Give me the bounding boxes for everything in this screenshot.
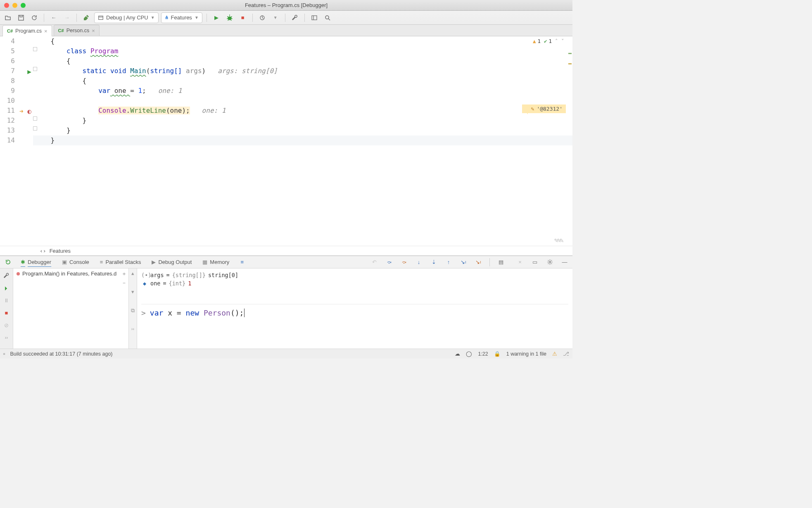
step-over-force-icon[interactable]: ⤼	[399, 257, 409, 268]
chevron-down-icon[interactable]: ˅	[561, 38, 564, 44]
tab-program-cs[interactable]: C# Program.cs ×	[2, 25, 52, 36]
step-out-icon[interactable]: ↑	[443, 257, 454, 268]
debugger-sidebar: ⏵ ⏸ ■ ⊘ ››	[0, 268, 13, 349]
inlay-hint: one: 1	[158, 87, 182, 95]
separator	[207, 14, 207, 22]
tab-parallel-stacks[interactable]: ≡Parallel Stacks	[97, 257, 145, 267]
run-icon[interactable]: ▶	[211, 12, 222, 23]
variables-view[interactable]: (•) args = {string[]} string[0] ◆ one = …	[137, 268, 572, 349]
more-icon[interactable]: ››	[131, 326, 134, 331]
more-icon[interactable]: ››	[3, 334, 10, 341]
project-selector[interactable]: ⋔ Features ▼	[161, 12, 202, 23]
scroll-up-icon[interactable]: ▴	[131, 270, 134, 276]
search-icon[interactable]	[322, 12, 333, 23]
code-content[interactable]: { class Program { static void Main(strin…	[33, 36, 572, 246]
threads-icon[interactable]: ≡	[237, 257, 247, 268]
line-gutter[interactable]: 4 5 6 7▶ 8 9 10 11➜ ◐ 12 13 14	[0, 36, 33, 246]
close-tab-icon[interactable]: ×	[92, 28, 95, 34]
close-tab-icon[interactable]: ×	[44, 28, 47, 34]
remove-icon[interactable]: －	[121, 279, 127, 287]
editor-stripe-marks[interactable]	[568, 53, 572, 74]
rerun-icon[interactable]	[2, 257, 13, 268]
hammer-build-icon[interactable]	[81, 12, 92, 23]
gear-icon[interactable]	[544, 257, 555, 268]
scroll-down-icon[interactable]: ▾	[131, 289, 134, 295]
debug-icon[interactable]	[224, 12, 235, 23]
chevron-up-icon[interactable]: ˄	[555, 38, 558, 44]
variable-row[interactable]: (•) args = {string[]} string[0]	[141, 271, 568, 279]
sync-icon[interactable]: ◯	[466, 351, 472, 357]
warning-badge-icon[interactable]: ⚠	[552, 351, 557, 357]
forward-icon[interactable]: →	[62, 12, 72, 23]
hector-icon[interactable]: ✎✎✎	[554, 236, 563, 244]
git-branch-icon[interactable]: ⎇	[563, 351, 569, 357]
layout-icon[interactable]: ▭	[529, 257, 540, 268]
stripe-mark[interactable]	[568, 53, 572, 54]
breadcrumb-bar[interactable]: ‹› Features	[0, 246, 572, 256]
stack-frame[interactable]: Program.Main() in Features, Features.d	[13, 268, 128, 279]
tab-person-cs[interactable]: C# Person.cs ×	[54, 25, 100, 36]
inlay-hint: args: string[0]	[218, 67, 278, 75]
add-icon[interactable]: ＋	[121, 270, 127, 278]
project-label: Features	[171, 14, 192, 21]
warning-icon: ▲	[533, 38, 536, 44]
run-gutter-icon[interactable]: ▶	[27, 67, 31, 77]
pause-icon[interactable]: ⏸	[3, 297, 10, 304]
wrench-settings-icon[interactable]	[290, 12, 300, 23]
line-number: 5	[0, 46, 15, 56]
svg-point-5	[325, 16, 329, 19]
svg-rect-1	[99, 16, 103, 19]
inspection-summary[interactable]: ▲1 ✔1 ˄ ˅	[533, 38, 564, 44]
code-editor[interactable]: 4 5 6 7▶ 8 9 10 11➜ ◐ 12 13 14 { class P…	[0, 36, 572, 246]
step-over-icon[interactable]: ⤼	[384, 257, 394, 268]
line-number: 8	[0, 76, 15, 86]
resume-icon[interactable]: ⏵	[3, 284, 10, 292]
open-icon[interactable]	[2, 12, 13, 23]
line-number: 9	[0, 86, 15, 96]
minimize-window-button[interactable]	[12, 3, 17, 8]
separator	[285, 14, 285, 22]
line-number: 4	[0, 36, 15, 46]
stop-icon[interactable]: ■	[237, 12, 248, 23]
run-to-cursor-icon[interactable]: ↘I	[458, 257, 469, 268]
minimize-panel-icon[interactable]: —	[559, 257, 570, 268]
line-number: 14	[0, 135, 15, 145]
force-run-to-cursor-icon[interactable]: ↘I	[473, 257, 484, 268]
breadcrumb-item[interactable]: Features	[50, 248, 71, 254]
chevron-down-icon[interactable]: ▼	[270, 12, 281, 23]
evaluate-icon[interactable]: ▤	[496, 257, 506, 268]
new-watch-icon[interactable]: ⧉	[131, 307, 135, 314]
status-warnings[interactable]: 1 warning in 1 file	[506, 351, 546, 357]
tab-debug-output[interactable]: ▶Debug Output	[148, 257, 195, 267]
caret-position[interactable]: 1:22	[478, 351, 488, 357]
frames-list[interactable]: Program.Main() in Features, Features.d ＋…	[13, 268, 129, 349]
close-window-button[interactable]	[4, 3, 9, 8]
bookmark-annotation[interactable]: ✎'@82312'	[522, 104, 566, 113]
memory-icon: ▦	[202, 259, 207, 265]
back-icon[interactable]: ←	[48, 12, 59, 23]
stripe-mark[interactable]	[568, 63, 572, 64]
close-panel-icon[interactable]: ×	[515, 257, 525, 268]
tool-window-toggle-icon[interactable]: ▫	[3, 351, 5, 357]
save-icon[interactable]	[16, 12, 26, 23]
lock-icon[interactable]: 🔒	[494, 351, 501, 357]
cover-icon[interactable]	[309, 12, 320, 23]
wrench-icon[interactable]	[3, 272, 10, 279]
tab-console[interactable]: ▣Console	[59, 257, 93, 267]
tab-memory[interactable]: ▦Memory	[199, 257, 233, 267]
step-into-icon[interactable]: ↓	[413, 257, 424, 268]
notifications-icon[interactable]: ☁	[455, 351, 460, 357]
refresh-icon[interactable]	[29, 12, 40, 23]
zoom-window-button[interactable]	[21, 3, 26, 8]
mute-breakpoints-icon[interactable]: ⊘	[3, 321, 10, 329]
smart-step-into-icon[interactable]: ⇣	[428, 257, 439, 268]
stop-icon[interactable]: ■	[3, 309, 10, 316]
frame-dot-icon	[17, 272, 20, 275]
execution-pointer-icon: ➜ ◐	[19, 107, 31, 116]
tab-debugger[interactable]: ✱Debugger	[17, 257, 55, 267]
run-config-selector[interactable]: Debug | Any CPU ▼	[94, 12, 159, 23]
variable-row[interactable]: ◆ one = {int} 1	[141, 279, 568, 287]
step-undo-icon[interactable]: ↶	[369, 257, 380, 268]
evaluate-expression-input[interactable]: > var x = new Person();	[141, 304, 568, 317]
profile-icon[interactable]	[257, 12, 268, 23]
